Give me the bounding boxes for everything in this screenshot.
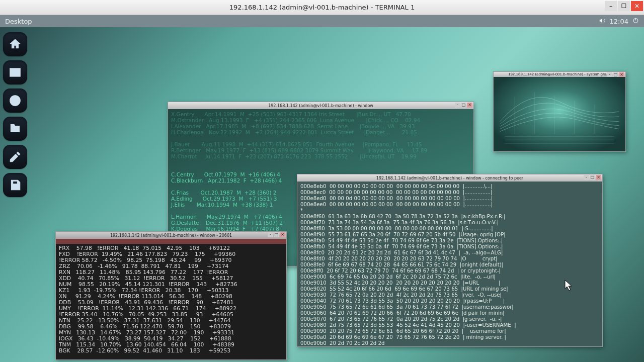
hexdump-row: 000e8fa0 54 49 4f 4e 53 5d 2e 4f 70 74 6… <box>300 238 599 244</box>
ticker-max-button[interactable]: □ <box>274 232 279 237</box>
ticker-min-button[interactable]: - <box>268 232 273 237</box>
hexdump-row: 000e8fb0 54 49 4f 4e 53 5d 0a 4f 70 74 6… <box>300 244 599 250</box>
ticker-window-titlebar[interactable]: 192.168.1.142 (admin@vl-001.b-machine) -… <box>56 232 286 239</box>
ticker-header-bar <box>56 239 286 244</box>
personnel-window-titlebar[interactable]: 192.168.1.142 (admin@vl-001.b-machine) -… <box>168 102 473 109</box>
hexdump-window-title: 192.168.1.142 (admin@vl-001.b-machine) -… <box>376 176 523 180</box>
close-button[interactable]: ✕ <box>631 1 643 11</box>
hexdump-row: 000e8fe0 6f 6e 69 67 68 74 20 28 64 65 6… <box>300 262 599 268</box>
hexdump-row: 000e90a0 20 6d 69 6e 69 6e 67 20 73 65 7… <box>300 334 599 340</box>
browser-icon[interactable] <box>3 88 27 113</box>
hexdump-window[interactable]: 192.168.1.142 (admin@vl-001.b-machine) -… <box>297 174 603 347</box>
personnel-row <box>171 159 470 165</box>
desktop-workarea[interactable]: 192.168.1.142 (admin@vl-001.b-machine) -… <box>0 27 644 362</box>
window-titlebar: 192.168.1.142 (admin@vl-001.b-machine) -… <box>0 0 644 15</box>
personnel-max-button[interactable]: □ <box>461 103 466 108</box>
home-icon[interactable] <box>3 32 27 56</box>
hexdump-row: 000e8f60 61 3a 63 3a 6b 68 42 70 3a 50 7… <box>300 214 599 220</box>
visualizer-window-title: 192.168.1.142 (admin@vl-001.b-machine) -… <box>508 72 611 76</box>
hexdump-window-body: 000e8eb0 00 00 00 00 00 00 00 00 00 00 0… <box>297 182 602 346</box>
hexdump-row: 000e8ec0 00 00 00 00 00 00 00 00 00 00 0… <box>300 190 599 196</box>
wireframe-graphic <box>494 77 625 151</box>
personnel-row: M.Charrot Jul.14.1971 F +23 (207) 873-61… <box>171 153 470 159</box>
hexdump-row: 000e8f90 55 73 61 67 65 3a 20 6f 70 72 6… <box>300 232 599 238</box>
hexdump-row: 000e8ed0 00 00 0d 00 00 00 00 00 00 00 0… <box>300 196 599 202</box>
ticker-window-body: FRX 57.98 !ERROR 41.18 75.015 42.95 103 … <box>56 239 286 359</box>
hexdump-row: 000e9000 6c 69 74 65 0a 20 20 2d 6f 2c 2… <box>300 274 599 280</box>
hexdump-row: 000e9070 67 20 73 65 72 76 65 72 0a 20 2… <box>300 316 599 322</box>
hexdump-row: 000e9010 3d 55 52 4c 20 20 20 20 20 20 2… <box>300 280 599 286</box>
editor-icon[interactable] <box>3 145 27 169</box>
hexdump-row: 000e8f70 73 3a 74 3a 54 3a 6f 3a 75 3a 4… <box>300 220 599 226</box>
hexdump-row: 000e8eb0 00 00 00 00 00 00 00 00 00 00 0… <box>300 184 599 190</box>
menubar-label[interactable]: Desktop <box>5 18 32 25</box>
visualizer-window-titlebar[interactable]: 192.168.1.142 (admin@vl-001.b-machine) -… <box>494 72 625 77</box>
files-icon[interactable] <box>3 117 27 141</box>
ticker-window[interactable]: 192.168.1.142 (admin@vl-001.b-machine) -… <box>55 231 287 360</box>
hexdump-row: 000e9050 75 73 65 72 6e 61 6d 65 3a 70 6… <box>300 304 599 310</box>
hexdump-row: 000e9030 72 76 65 72 0a 20 20 2d 4f 2c 2… <box>300 292 599 298</box>
minimize-button[interactable]: – <box>605 1 617 11</box>
hexdump-row: 000e8fc0 20 20 2d 61 2c 20 2d 2d 61 6c 6… <box>300 250 599 256</box>
hexdump-row: * <box>300 208 599 214</box>
hexdump-row: 000e90b0 20 2d 70 2c 20 2d 2d <box>300 340 599 346</box>
ticker-window-title: 192.168.1.142 (admin@vl-001.b-machine) -… <box>110 233 232 238</box>
maximize-button[interactable]: ☐ <box>618 1 630 11</box>
hexdump-min-button[interactable]: - <box>584 175 589 180</box>
ticker-row: BGK 28.57 -12.60% 99.52 41.460 31.10 183… <box>59 348 283 354</box>
personnel-row: J.Bauer Aug.11.1998 M +44 (317) 614-8625… <box>171 141 470 147</box>
hexdump-row: 000e9080 2d 75 73 65 72 3d 55 53 45 52 4… <box>300 322 599 328</box>
volume-icon[interactable] <box>599 17 606 26</box>
personnel-row <box>171 165 470 171</box>
hexdump-row: 000e8ee0 00 00 00 00 00 00 00 00 00 00 0… <box>300 202 599 208</box>
hexdump-row: 000e9020 55 52 4c 20 6f 66 20 6d 69 6e 6… <box>300 286 599 292</box>
hexdump-row: 000e8f80 3a 53 00 00 00 00 00 00 00 00 0… <box>300 226 599 232</box>
personnel-row: X.Gentry Apr.14.1991 M +25 (503) 963-431… <box>171 111 470 117</box>
personnel-row <box>171 135 470 141</box>
hexdump-row: 000e9040 72 70 61 73 73 3d 55 3a 50 20 2… <box>300 298 599 304</box>
hexdump-max-button[interactable]: □ <box>590 175 595 180</box>
desktop-menubar: Desktop 12:04 <box>0 15 644 27</box>
personnel-row: H.Charlenoa Nov.22.1992 M +2 (264) 944-9… <box>171 129 470 135</box>
personnel-min-button[interactable]: - <box>455 103 460 108</box>
hexdump-row: 000e9090 20 20 75 73 65 72 6e 61 6d 65 2… <box>300 328 599 334</box>
personnel-row: M.Ostrander Aug.13.1993 F +4 (351) 244-2… <box>171 117 470 123</box>
mail-icon[interactable] <box>3 60 27 84</box>
personnel-window-title: 192.168.1.142 (admin@vl-001.b-machine) -… <box>268 104 373 108</box>
dock <box>3 32 27 197</box>
power-icon[interactable] <box>632 17 639 25</box>
hexdump-row: 000e8ff0 20 6f 72 20 63 72 79 70 74 6f 6… <box>300 268 599 274</box>
personnel-row: R.Bettinger May.19.1977 F +13 (815) 689-… <box>171 147 470 153</box>
hexdump-close-button[interactable]: × <box>596 175 601 180</box>
hexdump-window-titlebar[interactable]: 192.168.1.142 (admin@vl-001.b-machine) -… <box>297 174 602 182</box>
personnel-close-button[interactable]: × <box>467 103 472 108</box>
window-title: 192.168.1.142 (admin@vl-001.b-machine) -… <box>229 4 415 11</box>
clock-label: 12:04 <box>610 18 628 25</box>
ticker-close-button[interactable]: × <box>280 232 285 237</box>
visualizer-window[interactable]: 192.168.1.142 (admin@vl-001.b-machine) -… <box>493 71 626 152</box>
hexdump-row: 000e8fd0 4f 20 20 20 20 20 20 20 20 20 2… <box>300 256 599 262</box>
personnel-row: I.Alexander Apr.17.1985 M +8 (697) 534-7… <box>171 123 470 129</box>
save-icon[interactable] <box>3 173 27 197</box>
hexdump-row: 000e9060 64 20 70 61 69 72 20 66 6f 72 2… <box>300 310 599 316</box>
visualizer-body <box>494 77 625 151</box>
